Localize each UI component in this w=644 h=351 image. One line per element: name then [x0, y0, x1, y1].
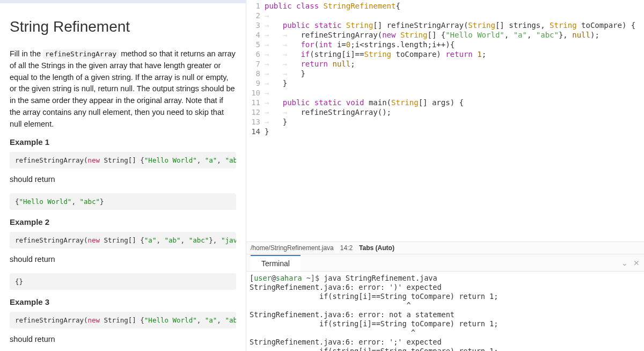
example-2-input: refineStringArray(new String[] {"a", "ab…	[10, 232, 236, 248]
example-2-output: {}	[10, 273, 236, 290]
example-3-title: Example 3	[10, 297, 236, 306]
example-1-title: Example 1	[10, 137, 236, 147]
status-file-path: /home/StringRefinement.java	[251, 244, 334, 252]
problem-panel: String Refinement Fill in the refineStri…	[0, 0, 246, 351]
close-icon[interactable]: ✕	[633, 259, 640, 267]
terminal-output[interactable]: [user@sahara ~]$ java StringRefinement.j…	[246, 272, 644, 351]
chevron-down-icon[interactable]: ⌄	[621, 259, 628, 267]
problem-title: String Refinement	[10, 18, 236, 35]
top-strip	[0, 0, 246, 3]
editor-status-bar: /home/StringRefinement.java 14:2 Tabs (A…	[246, 242, 644, 254]
terminal-tab-bar: Terminal ⌄ ✕	[246, 254, 644, 272]
example-1-input: refineStringArray(new String[] {"Hello W…	[10, 152, 236, 169]
example-3-input: refineStringArray(new String[] {"Hello W…	[10, 312, 236, 328]
status-cursor-pos: 14:2	[340, 244, 353, 252]
example-1-return-label: should return	[10, 174, 236, 186]
status-tabs-mode: Tabs (Auto)	[359, 244, 394, 252]
terminal-panel: Terminal ⌄ ✕ [user@sahara ~]$ java Strin…	[246, 254, 644, 351]
example-1-output: {"Hello World", "abc"}	[10, 193, 236, 210]
example-2-title: Example 2	[10, 217, 236, 226]
terminal-tab-actions: ⌄ ✕	[621, 259, 640, 267]
code-editor[interactable]: 1public class StringRefinement{ 2→ 3→ pu…	[246, 0, 644, 242]
example-3-return-label: should return	[10, 334, 236, 346]
inline-code: refineStringArray	[43, 49, 119, 58]
example-2-return-label: should return	[10, 254, 236, 266]
right-panel: 1public class StringRefinement{ 2→ 3→ pu…	[246, 0, 644, 351]
problem-description: Fill in the refineStringArray method so …	[10, 48, 236, 130]
tab-terminal[interactable]: Terminal	[251, 255, 301, 271]
